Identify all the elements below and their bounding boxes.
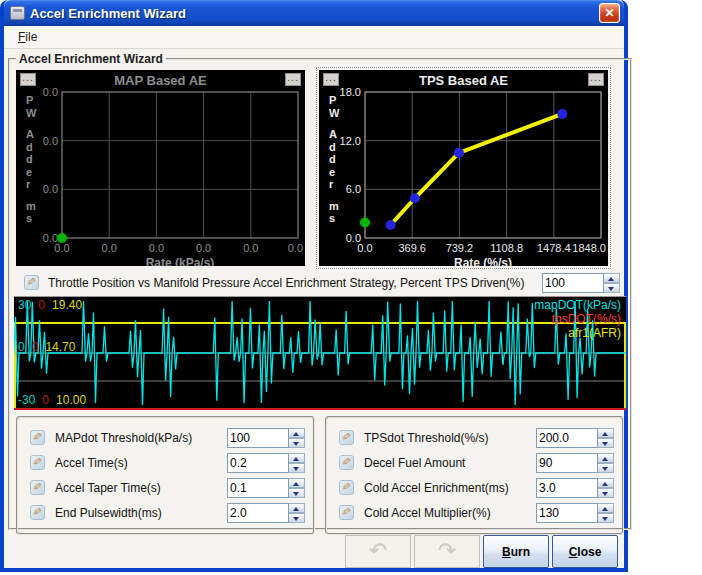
edit-pencil-icon: [30, 505, 45, 520]
title-bar: Accel Enrichment Wizard ✕: [4, 0, 624, 26]
strategy-spin-down-icon[interactable]: [604, 283, 620, 293]
fields-row: MAPdot Threshold(kPa/s) Accel Time(s) Ac…: [14, 414, 626, 537]
spin-up-icon[interactable]: [289, 503, 305, 513]
spin-up-icon[interactable]: [598, 428, 614, 438]
svg-text:0.0: 0.0: [288, 242, 303, 254]
spin-up-icon[interactable]: [598, 503, 614, 513]
field-row: Decel Fuel Amount: [339, 450, 614, 475]
live-graph-strip: 30 0 19.40 0 0 14.70 -30 0 10.00 mapDOT(…: [14, 296, 626, 410]
svg-text:r: r: [329, 178, 334, 190]
svg-text:d: d: [26, 141, 33, 153]
field-row: MAPdot Threshold(kPa/s): [30, 425, 305, 450]
mapdot-threshold-input[interactable]: [227, 428, 289, 448]
field-row: Cold Accel Multiplier(%): [339, 500, 614, 525]
tpsdot-threshold-input[interactable]: [536, 428, 598, 448]
svg-text:e: e: [329, 166, 335, 178]
accel-time-input[interactable]: [227, 453, 289, 473]
charts-row: ... ... MAP Based AEPWAdderms0.00.00.00.…: [14, 68, 626, 270]
svg-text:m: m: [26, 200, 36, 212]
svg-text:m: m: [329, 200, 339, 212]
map-scale-max: 30: [18, 298, 31, 312]
accel-taper-time-input[interactable]: [227, 478, 289, 498]
svg-text:1478.4: 1478.4: [537, 242, 571, 254]
strategy-spin-up-icon[interactable]: [604, 273, 620, 283]
strip-scale-top: 30 0 19.40: [18, 298, 82, 312]
map-scale-min: -30: [18, 393, 35, 407]
map-based-ae-chart-panel[interactable]: ... ... MAP Based AEPWAdderms0.00.00.00.…: [16, 70, 305, 266]
tps-based-ae-chart-panel[interactable]: ... ... TPS Based AEPWAdderms18.012.06.0…: [319, 70, 608, 266]
redo-button[interactable]: ↷: [414, 535, 480, 568]
map-chart-edit-right-button[interactable]: ...: [285, 73, 301, 86]
edit-pencil-icon: [339, 480, 354, 495]
edit-pencil-icon: [339, 455, 354, 470]
close-window-button[interactable]: ✕: [599, 3, 620, 23]
spin-down-icon[interactable]: [598, 463, 614, 473]
svg-text:A: A: [329, 128, 337, 140]
legend-afr1: afr1(AFR): [534, 326, 621, 340]
cold-accel-enrichment-spinner: [536, 478, 614, 498]
cold-accel-multiplier-input[interactable]: [536, 503, 598, 523]
svg-text:0.0: 0.0: [54, 242, 69, 254]
undo-button[interactable]: ↶: [345, 535, 411, 568]
spin-down-icon[interactable]: [598, 488, 614, 498]
redo-icon: ↷: [438, 538, 456, 563]
decel-fuel-amount-input[interactable]: [536, 453, 598, 473]
undo-icon: ↶: [369, 538, 387, 563]
close-button[interactable]: Close: [552, 535, 618, 568]
accel-time-label: Accel Time(s): [55, 456, 217, 470]
svg-text:e: e: [26, 166, 32, 178]
mapdot-threshold-spinner: [227, 428, 305, 448]
decel-fuel-amount-spinner: [536, 453, 614, 473]
accel-taper-time-label: Accel Taper Time(s): [55, 481, 217, 495]
strategy-input[interactable]: [542, 273, 604, 293]
spin-up-icon[interactable]: [289, 478, 305, 488]
map-chart-edit-left-button[interactable]: ...: [20, 73, 36, 86]
end-pulsewidth-spinner: [227, 503, 305, 523]
accel-enrichment-wizard-window: Accel Enrichment Wizard ✕ File Accel Enr…: [0, 0, 628, 572]
accel-time-spinner: [227, 453, 305, 473]
spin-down-icon[interactable]: [289, 488, 305, 498]
menu-file[interactable]: File: [12, 28, 43, 46]
afr-scale-mid: 14.70: [45, 340, 75, 354]
spin-down-icon[interactable]: [598, 438, 614, 448]
strategy-spinner: [542, 273, 620, 293]
spin-up-icon[interactable]: [598, 453, 614, 463]
svg-text:W: W: [329, 107, 340, 119]
edit-pencil-icon: [339, 430, 354, 445]
svg-text:d: d: [26, 153, 33, 165]
spin-down-icon[interactable]: [289, 513, 305, 523]
afr-scale-max: 19.40: [52, 298, 82, 312]
svg-text:A: A: [26, 128, 34, 140]
tps-chart-edit-right-button[interactable]: ...: [588, 73, 604, 86]
cold-accel-multiplier-spinner: [536, 503, 614, 523]
spin-up-icon[interactable]: [289, 428, 305, 438]
field-row: TPSdot Threshold(%/s): [339, 425, 614, 450]
field-row: Cold Accel Enrichment(ms): [339, 475, 614, 500]
groupbox-label: Accel Enrichment Wizard: [16, 52, 166, 66]
svg-text:0.0: 0.0: [43, 86, 58, 98]
end-pulsewidth-input[interactable]: [227, 503, 289, 523]
window-title: Accel Enrichment Wizard: [30, 6, 186, 21]
burn-button[interactable]: Burn: [483, 535, 549, 568]
end-pulsewidth-label: End Pulsewidth(ms): [55, 506, 217, 520]
spin-down-icon[interactable]: [598, 513, 614, 523]
spin-down-icon[interactable]: [289, 438, 305, 448]
legend-mapdot: mapDOT(kPa/s): [534, 298, 621, 312]
tps-scale-min: 0: [42, 393, 49, 407]
strategy-row: Throttle Position vs Manifold Pressure A…: [14, 270, 626, 295]
edit-pencil-icon: [30, 430, 45, 445]
decel-fuel-amount-label: Decel Fuel Amount: [364, 456, 526, 470]
svg-text:0.0: 0.0: [102, 242, 117, 254]
field-row: End Pulsewidth(ms): [30, 500, 305, 525]
spin-down-icon[interactable]: [289, 463, 305, 473]
svg-text:369.6: 369.6: [398, 242, 426, 254]
accel-enrichment-groupbox: Accel Enrichment Wizard ... ... MAP Base…: [8, 52, 632, 530]
spin-up-icon[interactable]: [289, 453, 305, 463]
edit-pencil-icon: [24, 275, 39, 290]
svg-text:Rate (kPa/s): Rate (kPa/s): [146, 256, 215, 266]
svg-text:0.0: 0.0: [243, 242, 258, 254]
spin-up-icon[interactable]: [598, 478, 614, 488]
svg-text:0.0: 0.0: [43, 183, 58, 195]
tps-chart-edit-left-button[interactable]: ...: [323, 73, 339, 86]
cold-accel-enrichment-input[interactable]: [536, 478, 598, 498]
